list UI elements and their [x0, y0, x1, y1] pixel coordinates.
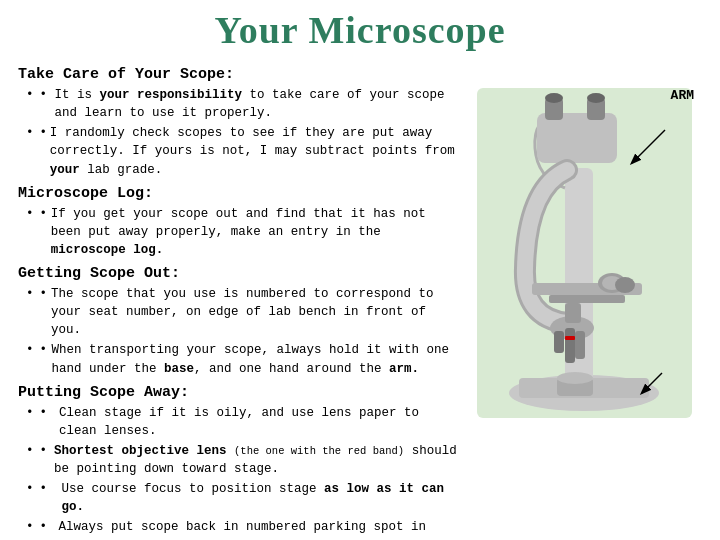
- svg-rect-4: [537, 113, 617, 163]
- right-column: ARM: [472, 60, 702, 540]
- section-log: Microscope Log:: [18, 185, 462, 202]
- list-item: • Clean stage if it is oily, and use len…: [26, 404, 462, 440]
- section-take-care: Take Care of Your Scope:: [18, 66, 462, 83]
- bullets-putting-away: • Clean stage if it is oily, and use len…: [18, 404, 462, 540]
- bullets-log: • If you get your scope out and find tha…: [18, 205, 462, 259]
- bullets-getting-out: • The scope that you use is numbered to …: [18, 285, 462, 378]
- svg-point-7: [545, 93, 563, 103]
- svg-rect-17: [565, 336, 575, 340]
- svg-point-8: [587, 93, 605, 103]
- page-container: Your Microscope Take Care of Your Scope:…: [0, 0, 720, 540]
- list-item: • The scope that you use is numbered to …: [26, 285, 462, 339]
- content-area: Take Care of Your Scope: • It is your re…: [18, 60, 702, 540]
- arm-label: ARM: [671, 88, 694, 103]
- svg-rect-10: [549, 295, 625, 303]
- svg-rect-15: [565, 328, 575, 363]
- section-putting-away: Putting Scope Away:: [18, 384, 462, 401]
- microscope-illustration: [477, 88, 692, 418]
- list-item: • If you get your scope out and find tha…: [26, 205, 462, 259]
- list-item: • It is your responsibility to take care…: [26, 86, 462, 122]
- list-item: • When transporting your scope, always h…: [26, 341, 462, 377]
- list-item: • I randomly check scopes to see if they…: [26, 124, 462, 178]
- list-item: • Shortest objective lens (the one with …: [26, 442, 462, 478]
- left-column: Take Care of Your Scope: • It is your re…: [18, 60, 472, 540]
- svg-point-13: [615, 277, 635, 293]
- svg-rect-21: [565, 303, 581, 323]
- page-title: Your Microscope: [18, 8, 702, 52]
- list-item: • Use course focus to position stage as …: [26, 480, 462, 516]
- svg-rect-18: [554, 331, 564, 353]
- bullets-take-care: • It is your responsibility to take care…: [18, 86, 462, 179]
- section-getting-out: Getting Scope Out:: [18, 265, 462, 282]
- list-item: • Always put scope back in numbered park…: [26, 518, 462, 540]
- svg-rect-16: [575, 331, 585, 359]
- svg-point-20: [557, 372, 593, 384]
